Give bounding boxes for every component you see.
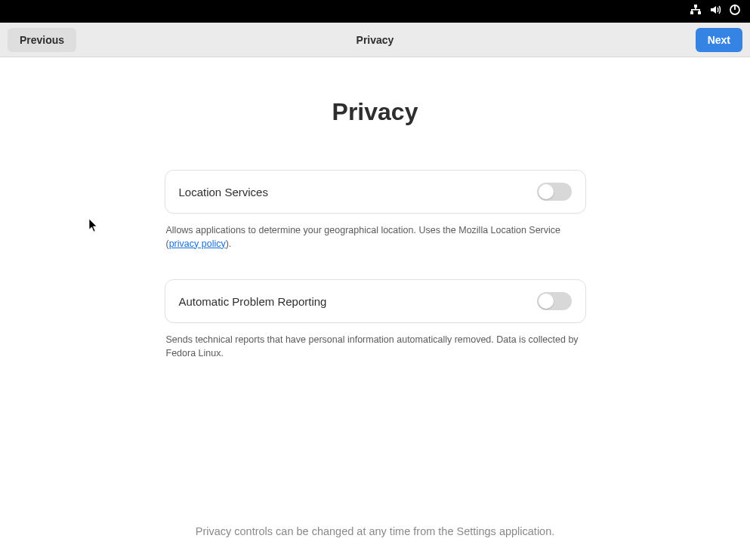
page-title: Privacy [332, 98, 418, 126]
toggle-knob [539, 294, 554, 309]
location-services-label: Location Services [179, 186, 268, 198]
location-services-row: Location Services [165, 170, 586, 214]
problem-reporting-toggle[interactable] [537, 292, 572, 310]
next-button[interactable]: Next [696, 28, 742, 52]
toggle-knob [539, 184, 554, 199]
system-topbar [0, 0, 750, 23]
network-icon[interactable] [690, 4, 702, 19]
svg-rect-5 [691, 9, 693, 11]
volume-icon[interactable] [709, 4, 721, 19]
headerbar-title: Privacy [356, 34, 394, 46]
content-area: Privacy Location Services Allows applica… [0, 57, 750, 560]
problem-reporting-description: Sends technical reports that have person… [165, 334, 586, 360]
svg-rect-4 [691, 9, 700, 11]
svg-rect-0 [694, 5, 697, 8]
footer-note: Privacy controls can be changed at any t… [196, 525, 555, 537]
previous-button[interactable]: Previous [8, 28, 76, 52]
location-services-description: Allows applications to determine your ge… [165, 224, 586, 251]
power-icon[interactable] [729, 4, 741, 19]
svg-rect-1 [690, 11, 693, 14]
headerbar: Previous Privacy Next [0, 23, 750, 57]
problem-reporting-label: Automatic Problem Reporting [179, 295, 327, 308]
privacy-policy-link[interactable]: privacy policy [169, 238, 226, 249]
svg-rect-2 [698, 11, 701, 14]
location-services-toggle[interactable] [537, 183, 572, 201]
svg-rect-6 [699, 9, 700, 11]
problem-reporting-row: Automatic Problem Reporting [165, 279, 586, 323]
svg-rect-8 [734, 5, 736, 10]
settings-group: Location Services Allows applications to… [165, 170, 586, 389]
